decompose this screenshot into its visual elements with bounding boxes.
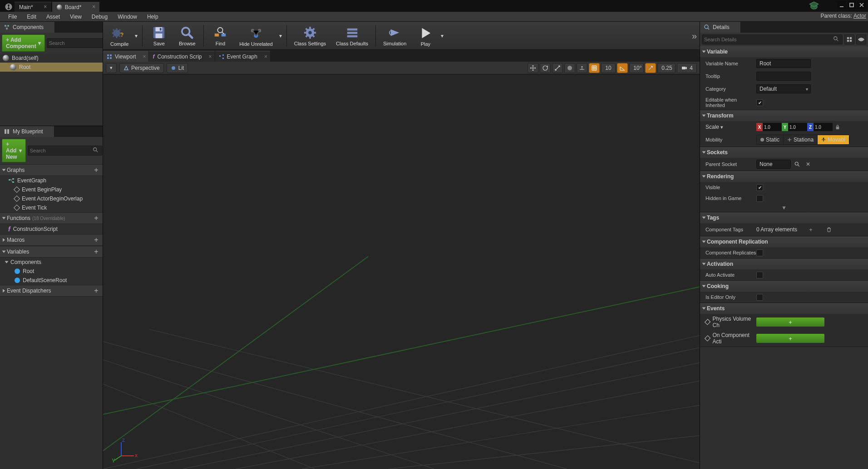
close-icon[interactable]: × bbox=[264, 54, 267, 60]
perspective-button[interactable]: Perspective bbox=[119, 63, 164, 73]
class-defaults-button[interactable]: Class Defaults bbox=[331, 24, 373, 48]
lit-button[interactable]: Lit bbox=[167, 63, 188, 73]
viewport-options-button[interactable]: ▾ bbox=[106, 63, 117, 73]
angle-snap-toggle[interactable] bbox=[617, 63, 628, 73]
section-component-replication[interactable]: Component Replication bbox=[700, 236, 868, 247]
close-button[interactable] bbox=[857, 1, 866, 9]
section-transform[interactable]: Transform bbox=[700, 110, 868, 121]
lock-icon[interactable] bbox=[834, 123, 841, 131]
grid-snap-value[interactable]: 10 bbox=[601, 63, 616, 73]
menu-file[interactable]: File bbox=[4, 12, 21, 21]
mobility-static[interactable]: Static bbox=[757, 135, 784, 144]
angle-snap-value[interactable]: 10° bbox=[629, 63, 644, 73]
compile-dropdown[interactable]: ▾ bbox=[133, 23, 139, 49]
tooltip-input[interactable] bbox=[756, 72, 811, 81]
section-sockets[interactable]: Sockets bbox=[700, 147, 868, 158]
search-input[interactable] bbox=[704, 37, 833, 42]
add-icon[interactable]: + bbox=[93, 248, 100, 255]
search-input[interactable] bbox=[30, 148, 93, 153]
category-graphs[interactable]: Graphs + bbox=[0, 164, 103, 176]
rotate-gizmo-button[interactable] bbox=[540, 63, 551, 73]
variable-name-input[interactable] bbox=[756, 59, 811, 68]
var-root[interactable]: Root bbox=[0, 267, 103, 276]
graph-eventgraph[interactable]: EventGraph bbox=[0, 176, 103, 185]
subcategory-components[interactable]: Components bbox=[0, 258, 103, 267]
auto-activate-checkbox[interactable] bbox=[756, 272, 763, 278]
add-icon[interactable]: + bbox=[93, 287, 100, 294]
tab-event-graph[interactable]: Event Graph× bbox=[215, 51, 270, 62]
category-combo[interactable]: Default bbox=[756, 84, 811, 93]
clear-tags-button[interactable] bbox=[824, 225, 833, 234]
component-item-root[interactable]: Root bbox=[0, 63, 103, 72]
menu-edit[interactable]: Edit bbox=[22, 12, 41, 21]
add-icon[interactable]: + bbox=[93, 236, 100, 244]
components-tab[interactable]: Components bbox=[0, 22, 55, 33]
maximize-button[interactable] bbox=[847, 1, 856, 9]
scale-y-input[interactable] bbox=[788, 123, 807, 131]
property-matrix-button[interactable] bbox=[844, 34, 854, 44]
camera-speed-button[interactable]: 4 bbox=[677, 63, 697, 73]
translate-gizmo-button[interactable] bbox=[528, 63, 538, 73]
close-icon[interactable]: × bbox=[90, 4, 97, 10]
parent-class-link[interactable]: Actor bbox=[853, 13, 866, 19]
close-icon[interactable]: × bbox=[209, 54, 212, 60]
grid-snap-toggle[interactable] bbox=[589, 63, 600, 73]
tab-viewport[interactable]: Viewport× bbox=[103, 51, 148, 62]
section-rendering[interactable]: Rendering bbox=[700, 171, 868, 182]
tutorial-icon[interactable] bbox=[805, 0, 823, 12]
expand-advanced[interactable]: ▼ bbox=[700, 204, 868, 212]
add-physics-volume-event-button[interactable]: ＋ bbox=[756, 318, 824, 327]
myblueprint-tab[interactable]: My Blueprint bbox=[0, 126, 54, 137]
mobility-movable[interactable]: Movabl bbox=[818, 135, 849, 144]
event-tick[interactable]: Event Tick bbox=[0, 203, 103, 212]
browse-button[interactable]: Browse bbox=[173, 24, 201, 48]
compile-button[interactable]: ? Compile bbox=[106, 24, 133, 49]
section-variable[interactable]: Variable bbox=[700, 46, 868, 57]
browse-socket-button[interactable] bbox=[793, 160, 802, 169]
close-icon[interactable]: × bbox=[42, 4, 49, 10]
section-cooking[interactable]: Cooking bbox=[700, 281, 868, 292]
is-editor-only-checkbox[interactable] bbox=[756, 294, 763, 301]
section-activation[interactable]: Activation bbox=[700, 259, 868, 269]
visible-checkbox[interactable] bbox=[756, 184, 763, 191]
category-functions[interactable]: Functions (18 Overridable) + bbox=[0, 212, 103, 224]
var-defaultsceneroot[interactable]: DefaultSceneRoot bbox=[0, 276, 103, 285]
event-actorbeginoverlap[interactable]: Event ActorBeginOverlap bbox=[0, 194, 103, 203]
viewport-3d[interactable]: z x y bbox=[103, 74, 700, 469]
simulation-button[interactable]: Simulation bbox=[379, 24, 411, 48]
hide-unrelated-dropdown[interactable]: ▾ bbox=[277, 23, 284, 49]
details-search[interactable] bbox=[702, 34, 843, 44]
section-events[interactable]: Events bbox=[700, 303, 868, 314]
scale-gizmo-button[interactable] bbox=[552, 63, 563, 73]
mobility-stationary[interactable]: Stationa bbox=[784, 135, 818, 144]
save-button[interactable]: Save bbox=[145, 24, 173, 48]
hidden-in-game-checkbox[interactable] bbox=[756, 195, 763, 202]
parent-socket-input[interactable] bbox=[756, 160, 791, 169]
scale-snap-toggle[interactable] bbox=[645, 63, 656, 73]
scale-z-input[interactable] bbox=[814, 123, 833, 131]
category-event-dispatchers[interactable]: Event Dispatchers + bbox=[0, 285, 103, 297]
toolbar-overflow[interactable]: » bbox=[692, 31, 697, 41]
component-item-self[interactable]: Board(self) bbox=[0, 54, 103, 63]
add-component-activated-event-button[interactable]: ＋ bbox=[756, 334, 824, 343]
surface-snap-button[interactable] bbox=[577, 63, 587, 73]
menu-debug[interactable]: Debug bbox=[87, 12, 112, 21]
menu-view[interactable]: View bbox=[65, 12, 86, 21]
menu-help[interactable]: Help bbox=[143, 12, 163, 21]
scale-snap-value[interactable]: 0.25 bbox=[657, 63, 676, 73]
menu-window[interactable]: Window bbox=[113, 12, 142, 21]
add-icon[interactable]: + bbox=[93, 166, 100, 174]
tab-construction-script[interactable]: f Construction Scrip× bbox=[149, 51, 214, 62]
document-tab-main[interactable]: Main* × bbox=[15, 2, 51, 12]
minimize-button[interactable] bbox=[837, 1, 846, 9]
play-button[interactable]: Play bbox=[412, 24, 439, 49]
play-dropdown[interactable]: ▾ bbox=[439, 23, 445, 49]
add-component-button[interactable]: + Add Component ▾ bbox=[2, 34, 45, 52]
details-tab[interactable]: Details bbox=[700, 22, 741, 33]
add-icon[interactable]: + bbox=[93, 215, 100, 222]
category-variables[interactable]: Variables + bbox=[0, 246, 103, 258]
class-settings-button[interactable]: Class Settings bbox=[290, 24, 330, 48]
scale-x-input[interactable] bbox=[763, 123, 782, 131]
search-input[interactable] bbox=[49, 40, 112, 46]
hide-unrelated-button[interactable]: Hide Unrelated bbox=[235, 24, 277, 49]
